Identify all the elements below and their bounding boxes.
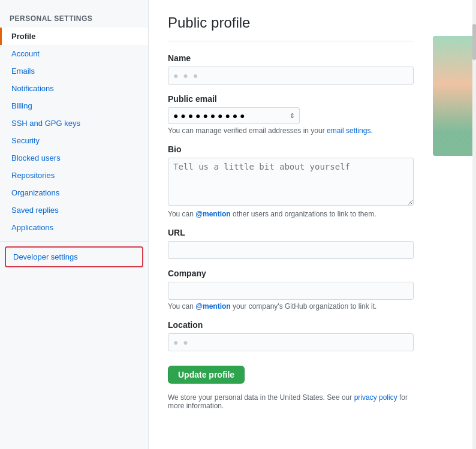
- sidebar-item-emails[interactable]: Emails: [0, 62, 148, 80]
- sidebar-link-ssh-gpg[interactable]: SSH and GPG keys: [0, 114, 148, 132]
- sidebar-item-account[interactable]: Account: [0, 45, 148, 62]
- update-profile-button[interactable]: Update profile: [168, 366, 245, 384]
- email-settings-link[interactable]: email settings.: [327, 126, 373, 135]
- scrollbar-thumb[interactable]: [472, 24, 476, 60]
- page-title: Public profile: [168, 14, 414, 41]
- sidebar-link-emails[interactable]: Emails: [0, 62, 148, 80]
- avatar-image: [433, 36, 475, 156]
- company-mention: @mention: [195, 302, 230, 311]
- sidebar-link-profile[interactable]: Profile: [0, 28, 148, 45]
- sidebar-nav: Profile Account Emails Notifications Bil…: [0, 28, 148, 236]
- public-email-select[interactable]: ● ● ● ● ● ● ● ● ● ●: [168, 107, 300, 124]
- sidebar-item-applications[interactable]: Applications: [0, 219, 148, 236]
- sidebar-item-security[interactable]: Security: [0, 132, 148, 149]
- developer-settings-link[interactable]: Developer settings: [6, 248, 142, 266]
- bio-hint: You can @mention other users and organiz…: [168, 210, 414, 218]
- url-input[interactable]: [168, 241, 414, 259]
- email-hint: You can manage verified email addresses …: [168, 126, 414, 135]
- sidebar-item-repositories[interactable]: Repositories: [0, 167, 148, 184]
- location-field-group: Location: [168, 320, 414, 351]
- sidebar-divider: [0, 241, 148, 242]
- main-content: Public profile Name Public email ● ● ● ●…: [149, 0, 428, 449]
- sidebar-item-saved-replies[interactable]: Saved replies: [0, 201, 148, 219]
- sidebar-item-billing[interactable]: Billing: [0, 97, 148, 114]
- developer-settings-item[interactable]: Developer settings: [5, 246, 143, 267]
- bio-mention: @mention: [195, 210, 230, 218]
- company-field-group: Company You can @mention your company's …: [168, 269, 414, 311]
- sidebar-link-organizations[interactable]: Organizations: [0, 184, 148, 201]
- location-input[interactable]: [168, 333, 414, 351]
- privacy-policy-link[interactable]: privacy policy: [354, 393, 397, 402]
- sidebar-link-repositories[interactable]: Repositories: [0, 167, 148, 184]
- sidebar-link-security[interactable]: Security: [0, 132, 148, 149]
- sidebar-item-profile[interactable]: Profile: [0, 28, 148, 45]
- company-input[interactable]: [168, 282, 414, 300]
- right-panel: [428, 0, 476, 449]
- sidebar-link-notifications[interactable]: Notifications: [0, 80, 148, 97]
- sidebar-section-header: Personal settings: [0, 10, 148, 28]
- bio-label: Bio: [168, 144, 414, 154]
- sidebar-link-saved-replies[interactable]: Saved replies: [0, 201, 148, 219]
- name-input[interactable]: [168, 67, 414, 85]
- sidebar-link-applications[interactable]: Applications: [0, 219, 148, 236]
- scrollbar-track[interactable]: [472, 0, 476, 449]
- sidebar-item-blocked-users[interactable]: Blocked users: [0, 149, 148, 167]
- url-field-group: URL: [168, 228, 414, 259]
- company-label: Company: [168, 269, 414, 278]
- sidebar-item-ssh-gpg[interactable]: SSH and GPG keys: [0, 114, 148, 132]
- public-email-label: Public email: [168, 94, 414, 104]
- public-email-field-group: Public email ● ● ● ● ● ● ● ● ● ● You can…: [168, 94, 414, 135]
- name-label: Name: [168, 53, 414, 63]
- name-field-group: Name: [168, 53, 414, 85]
- public-email-select-wrapper[interactable]: ● ● ● ● ● ● ● ● ● ●: [168, 107, 300, 124]
- sidebar-link-account[interactable]: Account: [0, 45, 148, 62]
- sidebar-item-notifications[interactable]: Notifications: [0, 80, 148, 97]
- privacy-note: We store your personal data in the Unite…: [168, 393, 414, 410]
- bio-field-group: Bio You can @mention other users and org…: [168, 144, 414, 218]
- url-label: URL: [168, 228, 414, 237]
- location-label: Location: [168, 320, 414, 330]
- sidebar-link-billing[interactable]: Billing: [0, 97, 148, 114]
- sidebar-item-organizations[interactable]: Organizations: [0, 184, 148, 201]
- bio-textarea[interactable]: [168, 158, 414, 206]
- sidebar: Personal settings Profile Account Emails…: [0, 0, 149, 449]
- company-hint: You can @mention your company's GitHub o…: [168, 302, 414, 311]
- sidebar-link-blocked-users[interactable]: Blocked users: [0, 149, 148, 167]
